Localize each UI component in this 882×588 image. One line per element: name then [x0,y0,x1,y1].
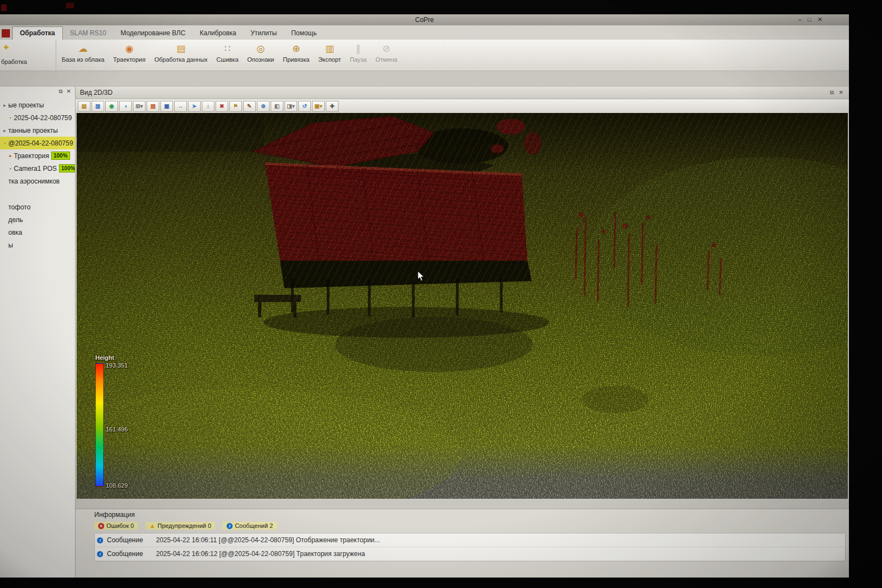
pointer-icon[interactable]: ➤ [188,101,201,112]
log-text: 2025-04-22 16:06:11 [@@2025-04-22-080759… [156,536,380,544]
pause-icon: ∥ [356,41,361,56]
tab-utility[interactable]: Утилиты [243,27,284,40]
link-icon[interactable]: ⊕ [257,101,270,112]
warning-icon: ▲ [149,523,155,529]
panel-float-icon[interactable]: ⧉ [830,89,833,96]
ribbon-button-cancel[interactable]: ⊘ Отмена [371,40,401,63]
panel-close-icon[interactable]: ✕ [67,88,71,95]
profile-icon[interactable]: ◨▾ [284,101,297,112]
ribbon-button-georeference[interactable]: ⊕ Привязка [278,40,314,63]
ribbon: ✦ бработка ☁ База из облака ◉ Траектория… [0,40,849,71]
location-pin-icon: ◉ [125,41,133,56]
point-cloud-scene [77,113,848,499]
tree-item-processed-projects[interactable]: ▸ танные проекты [0,124,75,137]
cloud-database-icon: ☁ [78,41,88,56]
export-database-icon: ▥ [325,41,334,56]
tree-item-aerial-processing[interactable]: тка аэроснимков [0,175,75,187]
ribbon-group-partial[interactable]: ✦ бработка [0,40,56,80]
ribbon-button-cloud-base[interactable]: ☁ База из облака [57,40,109,63]
columns-icon[interactable]: ▦ [160,101,173,112]
log-type: Сообщение [107,550,152,558]
ribbon-button-stitching[interactable]: ∷ Сшивка [212,40,243,63]
palette-icon[interactable]: ▧ [147,101,159,112]
grid-views-icon[interactable]: ⊞▾ [133,101,146,112]
legend-min-value: 108.629 [106,482,128,489]
tab-help[interactable]: Помощь [284,27,324,40]
refresh-icon[interactable]: ↺ [298,101,311,112]
tree-expander-icon[interactable]: ▸ [1,128,8,133]
tree-item-project-date[interactable]: ▪ 2025-04-22-080759 [0,111,75,124]
log-row[interactable]: i Сообщение 2025-04-22 16:06:12 [@@2025-… [95,547,845,561]
target-icon: ◎ [256,41,265,56]
section-icon[interactable]: ◧ [271,101,283,112]
ribbon-button-markers[interactable]: ◎ Опознаки [243,40,279,63]
ribbon-button-trajectory[interactable]: ◉ Траектория [109,40,150,63]
tree-item-projects[interactable]: ▸ ые проекты [0,99,75,111]
bezel-artifact [1,4,7,11]
filter-messages[interactable]: i Сообщений 2 [223,522,277,530]
maximize-icon[interactable]: □ [808,16,811,23]
sphere-view-icon[interactable]: ◑ [119,101,132,112]
viewport-toolbar: ▤ ▥ ◉ ◑ ⊞▾ ▧ ▦ ↔ ➤ ↕ ✖ ⚑ ✎ ⊕ ◧ ◨▾ ↺ ▣▾ ✚ [76,99,849,114]
stitch-dots-icon: ∷ [224,41,230,56]
filter-errors[interactable]: ✕ Ошибок 0 [94,522,138,530]
ribbon-button-pause[interactable]: ∥ Пауза [346,40,372,63]
histogram-icon[interactable]: ▥ [92,101,104,112]
tree-item-model[interactable]: дель [0,213,75,226]
ribbon-button-data-processing[interactable]: ▤ Обработка данных [150,40,212,63]
title-bar[interactable]: CoPre – □ ✕ [0,14,849,25]
legend-title: Height [95,354,145,361]
tree-item-selected-project[interactable]: ▪ @2025-04-22-080759 [0,137,75,149]
log-type: Сообщение [107,536,152,544]
project-tree: ▸ ые проекты ▪ 2025-04-22-080759 ▸ танны… [0,99,75,251]
progress-badge: 100% [59,164,75,172]
save-view-icon[interactable]: ▣▾ [312,101,325,112]
flag-icon[interactable]: ⚑ [229,101,242,112]
tab-modelirovanie-vls[interactable]: Моделирование ВЛС [114,27,193,40]
window-title: CoPre [415,16,434,24]
filter-warnings[interactable]: ▲ Предупреждений 0 [146,522,215,530]
ribbon-button-export[interactable]: ▥ Экспорт [314,40,345,63]
tree-item-trajectory[interactable]: ● Траектория 100% [0,149,75,162]
view-panel-header[interactable]: Вид 2D/3D ⧉ ✕ [76,87,849,99]
tree-item-camera1-pos[interactable]: ▪ Camera1 POS 100% [0,162,75,175]
measure-icon[interactable]: ✎ [243,101,256,112]
crosshair-icon[interactable]: ✚ [326,101,338,112]
log-message-list: i Сообщение 2025-04-22 16:06:11 [@@2025-… [94,533,846,562]
tree-item-ovka[interactable]: овка [0,226,75,239]
info-icon: i [227,523,233,529]
panel-close-icon[interactable]: ✕ [839,89,843,96]
delete-icon[interactable]: ✖ [216,101,228,112]
tree-expander-icon[interactable]: ▸ [1,103,8,108]
tree-item-orthophoto[interactable]: тофото [0,201,75,213]
info-icon: i [97,537,103,543]
bezel-artifact [66,3,74,8]
fit-width-icon[interactable]: ↔ [174,101,187,112]
log-row[interactable]: i Сообщение 2025-04-22 16:06:11 [@@2025-… [95,533,845,547]
app-icon[interactable] [2,29,10,37]
tab-kalibrovka[interactable]: Калибровка [192,27,243,40]
tab-slam-rs10[interactable]: SLAM RS10 [63,27,114,40]
ribbon-button-label: бработка [1,58,27,65]
point-cloud-viewport[interactable]: Height 193.351 161.496 108.629 ⧉ ✕ [77,113,848,499]
tab-obrabotka[interactable]: Обработка [12,26,63,40]
tree-item-y[interactable]: ы [0,239,75,251]
panel-float-icon[interactable]: ⧉ [58,88,62,95]
anchor-icon: ⊕ [292,41,300,56]
camera-icon: ▪ [7,166,14,171]
project-icon: ▪ [7,115,14,121]
panel-float-icon[interactable]: ⧉ [829,480,833,487]
view-panel-title: Вид 2D/3D [80,89,112,96]
minimize-icon[interactable]: – [798,16,802,23]
ribbon-tab-bar: Обработка SLAM RS10 Моделирование ВЛС Ка… [0,25,849,40]
fit-height-icon[interactable]: ↕ [202,101,214,112]
info-icon: i [97,551,103,557]
globe-icon[interactable]: ◉ [105,101,118,112]
red-button-icon: ✦ [2,42,10,53]
panel-close-icon[interactable]: ✕ [838,480,842,487]
log-text: 2025-04-22 16:06:12 [@@2025-04-22-080759… [156,550,365,558]
height-legend: Height 193.351 161.496 108.629 [95,354,145,361]
height-colorbar [95,363,104,487]
close-icon[interactable]: ✕ [818,16,822,23]
display-settings-icon[interactable]: ▤ [78,101,90,112]
